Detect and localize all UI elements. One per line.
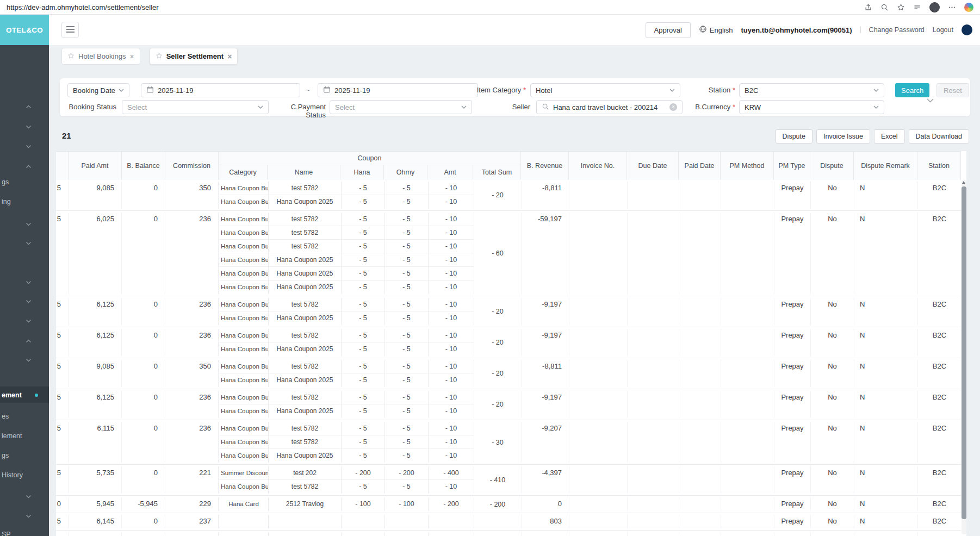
coupon-hana: - 5 (341, 226, 384, 240)
profile-icon[interactable] (964, 3, 973, 12)
coupon-cell-group (219, 515, 522, 528)
approval-button[interactable]: Approval (646, 22, 691, 38)
chevron-down-icon[interactable] (26, 141, 32, 151)
bcurrency-select[interactable]: KRW (739, 100, 884, 114)
cell-dispute: No (811, 391, 854, 418)
star-icon[interactable] (67, 52, 75, 61)
chevron-up-icon[interactable] (26, 101, 32, 111)
tab-hotel-bookings[interactable]: Hotel Bookings × (61, 48, 140, 65)
chevron-down-icon[interactable] (26, 277, 32, 286)
coupon-amt: - 400 (428, 466, 474, 480)
coupon-subrow: Hana Coupon BuHana Coupon 2025- 5- 5- 10 (219, 253, 474, 267)
station-select[interactable]: B2C (739, 83, 884, 97)
dispute-button[interactable]: Dispute (776, 129, 812, 144)
theme-toggle[interactable] (962, 24, 972, 35)
favorite-star-icon[interactable] (897, 3, 905, 11)
chevron-down-icon[interactable] (26, 354, 32, 364)
date-to-input[interactable]: 2025-11-19 (318, 83, 478, 97)
menu-toggle-button[interactable] (61, 22, 79, 38)
item-category-select[interactable]: Hotel (530, 83, 680, 97)
logo[interactable]: OTEL&CO (0, 15, 49, 45)
sidebar-item[interactable]: gs (2, 452, 9, 459)
filter-expand-icon[interactable] (927, 98, 934, 103)
table-row[interactable]: 56,1250236Hana Coupon Butest 5782- 5- 5-… (56, 327, 961, 358)
date-type-select[interactable]: Booking Date (67, 83, 129, 97)
more-icon[interactable] (948, 3, 956, 11)
chevron-down-icon[interactable] (26, 510, 32, 520)
url-bar[interactable]: https://dev-adm.ohmyhotel.com/settlement… (7, 3, 159, 11)
reading-list-icon[interactable] (913, 3, 921, 11)
cpayment-status-select[interactable]: Select (330, 100, 472, 114)
close-icon[interactable]: × (129, 53, 134, 60)
cell-commission: 236 (165, 213, 219, 294)
sidebar-item[interactable]: lement (2, 432, 22, 440)
table-row[interactable]: 56,1150236Hana Coupon Butest 5782- 5- 5-… (56, 420, 961, 465)
sidebar-item[interactable]: gs (2, 178, 9, 186)
table-row[interactable]: 56,125-6,125236Hana Coupon Butest 5782- … (56, 531, 961, 536)
date-from-value: 2025-11-19 (158, 86, 295, 95)
table-row[interactable]: 56,1450237803PrepayNoNB2C (56, 513, 961, 531)
chevron-down-icon[interactable] (26, 238, 32, 247)
share-icon[interactable] (864, 3, 872, 11)
cell-dispute-remark: N (854, 466, 918, 494)
cell-b-balance: 0 (122, 298, 165, 325)
data-download-button[interactable]: Data Download (909, 129, 969, 144)
avatar[interactable] (929, 2, 940, 13)
invoice-issue-button[interactable]: Invoice Issue (816, 129, 870, 144)
table-row[interactable]: 56,0250236Hana Coupon Butest 5782- 5- 5-… (56, 211, 961, 296)
chevron-down-icon (119, 89, 124, 92)
coupon-amt: - 10 (428, 213, 474, 226)
table-row[interactable]: 05,945-5,945229Hana Card2512 Travlog- 10… (56, 496, 961, 513)
sidebar-item[interactable]: History (2, 471, 23, 479)
cell-dispute: No (811, 532, 854, 536)
chevron-up-icon[interactable] (26, 335, 32, 345)
chevron-down-icon[interactable] (26, 296, 32, 306)
column-header-commission: Commission (165, 152, 219, 180)
reset-button[interactable]: Reset (936, 83, 969, 97)
search-button[interactable]: Search (895, 83, 929, 97)
cell-pm-method (721, 329, 774, 356)
date-from-input[interactable]: 2025-11-19 (141, 83, 300, 97)
column-header-name: Name (268, 165, 340, 179)
coupon-ohmy: - 5 (384, 360, 428, 373)
chevron-down-icon[interactable] (26, 219, 32, 228)
excel-button[interactable]: Excel (874, 129, 905, 144)
chevron-down-icon[interactable] (26, 121, 32, 131)
main-content: Hotel Bookings × Seller Settlement × Boo… (49, 45, 980, 536)
seller-search-input[interactable]: Hana card travel bucket - 200214 × (536, 100, 683, 114)
logout-link[interactable]: Logout (933, 26, 953, 34)
close-icon[interactable]: × (227, 53, 232, 60)
change-password-link[interactable]: Change Password (869, 26, 925, 34)
sidebar-item[interactable]: ing (2, 198, 11, 205)
booking-status-select[interactable]: Select (122, 100, 269, 114)
sidebar-item[interactable]: es (2, 413, 9, 420)
cell-pm-method (721, 360, 774, 387)
chevron-up-icon[interactable] (26, 161, 32, 171)
table-row[interactable]: 56,1250236Hana Coupon Butest 5782- 5- 5-… (56, 296, 961, 327)
table-row[interactable]: 59,0850350Hana Coupon Butest 5782- 5- 5-… (56, 358, 961, 389)
coupon-hana: - 5 (341, 532, 384, 536)
column-header-b-revenue: B. Revenue (521, 152, 569, 180)
coupon-ohmy: - 5 (384, 329, 428, 342)
star-icon[interactable] (156, 52, 163, 61)
scrollbar-thumb[interactable] (962, 186, 966, 519)
chevron-down-icon[interactable] (26, 491, 32, 501)
cell-paid-date (679, 497, 721, 511)
table-row[interactable]: 56,1250236Hana Coupon Butest 5782- 5- 5-… (56, 389, 961, 420)
cell-pm-method (721, 182, 774, 209)
zoom-icon[interactable] (880, 3, 889, 11)
vertical-scrollbar[interactable] (962, 180, 966, 534)
table-row[interactable]: 55,7350221Summer Discountest 202- 200- 2… (56, 465, 961, 496)
clear-icon[interactable]: × (669, 103, 677, 111)
coupon-ohmy: - 5 (384, 253, 428, 267)
cell-commission: 236 (165, 422, 219, 463)
chevron-down-icon[interactable] (26, 315, 32, 325)
sidebar-item[interactable]: SP (2, 531, 11, 536)
tab-seller-settlement[interactable]: Seller Settlement × (150, 48, 238, 65)
sidebar-item[interactable]: ement (2, 391, 22, 399)
app-header: OTEL&CO Approval English tuyen.tb@ohmyho… (0, 15, 980, 45)
coupon-amt: - 10 (428, 195, 474, 209)
coupon-subrow: Hana Coupon Butest 5782- 5- 5- 10 (219, 391, 474, 404)
language-selector[interactable]: English (699, 25, 733, 35)
table-row[interactable]: 59,0850350Hana Coupon Butest 5782- 5- 5-… (56, 180, 961, 211)
